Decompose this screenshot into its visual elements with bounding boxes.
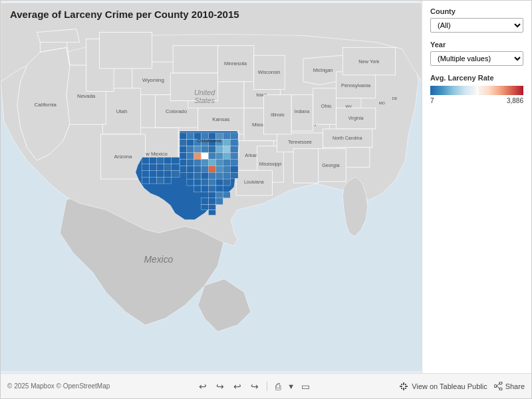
svg-rect-135 — [209, 198, 216, 205]
svg-text:Indiana: Indiana — [295, 109, 310, 114]
svg-rect-108 — [194, 166, 201, 172]
svg-rect-145 — [142, 164, 150, 170]
svg-rect-139 — [209, 210, 216, 215]
svg-rect-146 — [150, 164, 157, 170]
svg-rect-73 — [230, 133, 238, 140]
share-icon — [494, 382, 503, 390]
svg-text:California: California — [35, 102, 57, 108]
svg-rect-132 — [215, 192, 223, 199]
svg-rect-150 — [142, 170, 150, 177]
chart-title: Average of Larceny Crime per County 2010… — [10, 9, 239, 20]
svg-rect-95 — [215, 153, 223, 160]
svg-rect-113 — [230, 166, 238, 172]
svg-rect-98 — [180, 159, 187, 166]
svg-rect-123 — [201, 179, 209, 186]
county-filter-select[interactable]: (All) Harris Dallas Tarrant Bexar — [430, 18, 523, 33]
svg-rect-167 — [401, 388, 402, 389]
main-container: Average of Larceny Crime per County 2010… — [0, 0, 532, 399]
svg-rect-56 — [173, 45, 219, 73]
svg-rect-166 — [405, 384, 406, 385]
svg-rect-165 — [401, 384, 402, 385]
svg-rect-111 — [215, 166, 223, 172]
svg-rect-130 — [215, 186, 223, 192]
sidebar: County (All) Harris Dallas Tarrant Bexar… — [422, 1, 531, 373]
svg-rect-67 — [187, 133, 194, 140]
svg-rect-127 — [194, 186, 201, 192]
back-button[interactable]: ↩ — [231, 380, 244, 392]
svg-rect-82 — [180, 146, 187, 153]
svg-rect-156 — [150, 177, 157, 184]
year-filter-group: Year (Multiple values) 2010 2011 2012 20… — [430, 41, 523, 66]
svg-text:DE: DE — [392, 96, 397, 100]
download-button[interactable]: ⎙ — [273, 380, 283, 392]
svg-rect-138 — [209, 205, 216, 210]
svg-rect-75 — [187, 140, 194, 146]
redo-button[interactable]: ↪ — [213, 380, 227, 392]
svg-rect-80 — [223, 140, 230, 146]
svg-rect-162 — [403, 388, 404, 390]
svg-rect-85 — [201, 146, 209, 153]
legend-label: Avg. Larceny Rate — [430, 74, 523, 82]
svg-text:Utah: Utah — [116, 108, 128, 114]
svg-rect-155 — [142, 177, 150, 184]
svg-rect-102 — [209, 159, 216, 166]
forward-button[interactable]: ↪ — [248, 380, 261, 392]
svg-point-169 — [499, 382, 502, 384]
svg-rect-101 — [201, 159, 209, 166]
svg-text:Louisiana: Louisiana — [244, 180, 264, 184]
svg-rect-129 — [209, 186, 216, 192]
svg-text:Virginia: Virginia — [348, 116, 364, 121]
svg-text:Ohio: Ohio — [321, 103, 332, 109]
svg-rect-131 — [209, 192, 216, 199]
svg-rect-106 — [180, 166, 187, 172]
year-filter-select[interactable]: (Multiple values) 2010 2011 2012 2013 20… — [430, 51, 523, 66]
svg-rect-74 — [180, 140, 187, 146]
svg-rect-112 — [223, 166, 230, 172]
svg-rect-154 — [171, 170, 180, 177]
svg-text:Oklahoma: Oklahoma — [198, 138, 222, 144]
svg-rect-158 — [164, 177, 171, 184]
svg-rect-134 — [201, 198, 209, 205]
svg-rect-114 — [187, 172, 194, 179]
footer-bar: © 2025 Mapbox © OpenStreetMap ↩ ↪ ↩ ↪ ⎙ … — [1, 373, 531, 398]
svg-rect-86 — [209, 146, 216, 153]
tableau-icon — [399, 382, 408, 391]
county-filter-label: County — [430, 7, 523, 15]
svg-rect-126 — [223, 179, 230, 186]
share-button[interactable]: Share — [494, 382, 525, 390]
svg-rect-116 — [201, 172, 209, 179]
svg-rect-100 — [194, 159, 201, 166]
svg-text:Wisconsin: Wisconsin — [258, 69, 281, 75]
svg-rect-105 — [230, 159, 238, 166]
svg-rect-142 — [156, 157, 164, 164]
svg-rect-148 — [164, 164, 171, 170]
legend-color-bar — [430, 86, 523, 95]
svg-text:Nevada: Nevada — [77, 93, 96, 99]
svg-text:Georgia: Georgia — [322, 162, 340, 168]
undo-button[interactable]: ↩ — [196, 380, 209, 392]
svg-rect-137 — [201, 205, 209, 210]
footer-nav: ↩ ↪ ↩ ↪ ⎙ ▼ ▭ — [196, 380, 313, 392]
svg-text:Wyoming: Wyoming — [142, 77, 164, 83]
svg-rect-83 — [187, 146, 194, 153]
year-filter-label: Year — [430, 41, 523, 49]
map-section: Average of Larceny Crime per County 2010… — [1, 1, 422, 373]
svg-text:States: States — [194, 96, 215, 104]
view-tableau-label: View on Tableau Public — [412, 382, 487, 390]
svg-rect-161 — [403, 382, 404, 385]
copyright-text: © 2025 Mapbox © OpenStreetMap — [7, 382, 110, 390]
download-dropdown[interactable]: ▼ — [287, 382, 295, 390]
svg-text:Pennsylvania: Pennsylvania — [341, 82, 371, 88]
svg-rect-107 — [187, 166, 194, 172]
content-area: Average of Larceny Crime per County 2010… — [1, 1, 531, 373]
svg-rect-117 — [209, 172, 216, 179]
svg-rect-120 — [230, 172, 238, 178]
svg-rect-144 — [171, 157, 180, 164]
svg-line-173 — [497, 386, 499, 389]
svg-rect-143 — [164, 157, 171, 164]
svg-rect-88 — [223, 146, 230, 153]
tableau-public-link[interactable]: View on Tableau Public — [399, 382, 487, 391]
svg-rect-66 — [180, 133, 187, 140]
fullscreen-button[interactable]: ▭ — [299, 380, 313, 392]
svg-rect-157 — [156, 177, 164, 184]
